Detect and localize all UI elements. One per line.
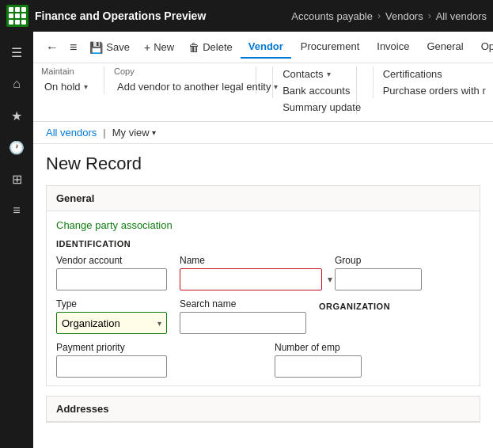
collapse-button[interactable]: ≡ xyxy=(65,37,82,58)
on-hold-chevron: ▾ xyxy=(84,82,88,91)
certifications-action[interactable]: Certifications xyxy=(380,66,489,82)
vendor-account-input[interactable] xyxy=(56,268,167,290)
organization-label: ORGANIZATION xyxy=(319,302,414,311)
delete-button[interactable]: 🗑 Delete xyxy=(182,36,239,59)
identification-fields: Vendor account Name ▾ xyxy=(56,255,470,290)
view-separator: | xyxy=(103,127,105,139)
copy-group: Copy Add vendor to another legal entity … xyxy=(114,66,256,94)
add-vendor-action[interactable]: Add vendor to another legal entity ▾ xyxy=(114,79,281,94)
new-button[interactable]: + New xyxy=(138,36,180,59)
tab-options[interactable]: Options xyxy=(473,36,493,59)
sidebar-icon-layers[interactable]: ⊞ xyxy=(2,165,31,193)
copy-label: Copy xyxy=(114,66,135,76)
type-select-wrapper: Organization Person ▾ xyxy=(56,312,167,334)
tab-procurement[interactable]: Procurement xyxy=(293,36,367,59)
save-icon: 💾 xyxy=(89,41,103,54)
tab-general[interactable]: General xyxy=(419,36,471,59)
sidebar-icon-hamburger[interactable]: ☰ xyxy=(2,38,31,66)
name-field: Name ▾ xyxy=(180,255,322,290)
payment-priority-field: Payment priority xyxy=(56,342,167,378)
purchase-orders-action[interactable]: Purchase orders with r xyxy=(380,83,489,98)
sidebar-icon-home[interactable]: ⌂ xyxy=(2,70,31,98)
my-view-chevron: ▾ xyxy=(152,128,156,137)
num-employees-field: Number of emp xyxy=(275,342,370,378)
org-label-field: ORGANIZATION xyxy=(319,298,414,317)
summary-update-action[interactable]: Summary update xyxy=(279,100,364,115)
save-button[interactable]: 💾 Save xyxy=(83,36,136,59)
payment-priority-label: Payment priority xyxy=(56,342,167,353)
sidebar: ☰ ⌂ ★ 🕐 ⊞ ≡ xyxy=(0,32,33,448)
second-fields-row: Type Organization Person ▾ Sea xyxy=(56,298,470,334)
view-bar: All vendors | My view ▾ xyxy=(33,122,493,144)
type-select[interactable]: Organization Person xyxy=(62,317,157,329)
addresses-section-header[interactable]: Addresses xyxy=(47,397,480,422)
app-grid-button[interactable] xyxy=(6,5,28,27)
links-group: Contacts ▾ Bank accounts Summary update xyxy=(279,66,357,115)
divider xyxy=(272,66,273,98)
change-party-link[interactable]: Change party association xyxy=(56,219,470,231)
content-area: ← ≡ 💾 Save + New 🗑 Delete Vendor Procure… xyxy=(33,32,493,448)
app-title: Finance and Operations Preview xyxy=(35,9,285,22)
ribbon-actions-row: Maintain On hold ▾ Copy Add vendor to an… xyxy=(41,66,485,115)
num-employees-label: Number of emp xyxy=(275,342,370,353)
breadcrumb-accounts-payable[interactable]: Accounts payable xyxy=(291,10,373,22)
set-links: Certifications Purchase orders with r xyxy=(380,66,489,98)
search-name-input[interactable] xyxy=(180,312,306,334)
top-bar: Finance and Operations Preview Accounts … xyxy=(0,0,493,32)
add-vendor-chevron: ▾ xyxy=(274,82,278,91)
ribbon-links: Contacts ▾ Bank accounts Summary update xyxy=(279,66,364,115)
payment-row: Payment priority Number of emp xyxy=(56,342,470,378)
set-group: Certifications Purchase orders with r xyxy=(380,66,476,98)
type-field: Type Organization Person ▾ xyxy=(56,298,167,334)
search-name-label: Search name xyxy=(180,298,306,309)
maintain-group: Maintain On hold ▾ xyxy=(41,66,104,94)
bank-accounts-action[interactable]: Bank accounts xyxy=(279,83,364,98)
group-label: Group xyxy=(335,255,430,266)
breadcrumb-sep-2: › xyxy=(428,10,431,21)
contacts-action[interactable]: Contacts ▾ xyxy=(279,66,364,82)
breadcrumb-vendors[interactable]: Vendors xyxy=(385,10,423,22)
name-label: Name xyxy=(180,255,322,266)
vendor-account-label: Vendor account xyxy=(56,255,167,266)
contacts-chevron: ▾ xyxy=(327,70,331,78)
type-label: Type xyxy=(56,298,167,309)
sidebar-icon-star[interactable]: ★ xyxy=(2,101,31,130)
ribbon-actions: Maintain On hold ▾ Copy Add vendor to an… xyxy=(33,63,493,122)
breadcrumb: Accounts payable › Vendors › All vendors xyxy=(291,10,487,22)
main-layout: ☰ ⌂ ★ 🕐 ⊞ ≡ ← ≡ 💾 Save + New 🗑 Delete Ve… xyxy=(0,32,493,448)
general-section: General Change party association IDENTIF… xyxy=(46,185,480,386)
maintain-label: Maintain xyxy=(41,66,74,76)
page-title: New Record xyxy=(46,154,480,174)
main-content: New Record General Change party associat… xyxy=(33,144,493,448)
identification-label: IDENTIFICATION xyxy=(56,239,470,249)
breadcrumb-sep-1: › xyxy=(377,10,381,21)
new-icon: + xyxy=(144,41,150,54)
general-section-body: Change party association IDENTIFICATION … xyxy=(47,211,480,385)
payment-priority-input[interactable] xyxy=(56,355,167,378)
type-select-chevron: ▾ xyxy=(157,319,161,328)
group-field: Group xyxy=(335,255,430,290)
general-section-header[interactable]: General xyxy=(47,186,480,211)
delete-icon: 🗑 xyxy=(188,41,199,54)
grid-icon xyxy=(9,7,26,25)
my-view-dropdown[interactable]: My view ▾ xyxy=(112,127,156,139)
sidebar-icon-clock[interactable]: 🕐 xyxy=(2,133,31,161)
name-input[interactable] xyxy=(180,271,323,289)
vendor-account-field: Vendor account xyxy=(56,255,167,290)
breadcrumb-all-vendors[interactable]: All vendors xyxy=(436,10,487,22)
back-button[interactable]: ← xyxy=(41,37,63,58)
num-employees-input[interactable] xyxy=(275,355,362,378)
search-name-field: Search name xyxy=(180,298,306,334)
addresses-section: Addresses xyxy=(46,396,480,423)
group-input[interactable] xyxy=(335,268,422,290)
sidebar-icon-list[interactable]: ≡ xyxy=(2,196,31,225)
tab-invoice[interactable]: Invoice xyxy=(369,36,417,59)
name-input-wrapper: ▾ xyxy=(180,268,322,290)
on-hold-action[interactable]: On hold ▾ xyxy=(41,79,91,94)
ribbon-nav: ← ≡ 💾 Save + New 🗑 Delete Vendor Procure… xyxy=(33,32,493,63)
all-vendors-link[interactable]: All vendors xyxy=(46,127,97,139)
tab-vendor[interactable]: Vendor xyxy=(241,36,291,59)
divider2 xyxy=(373,66,374,98)
